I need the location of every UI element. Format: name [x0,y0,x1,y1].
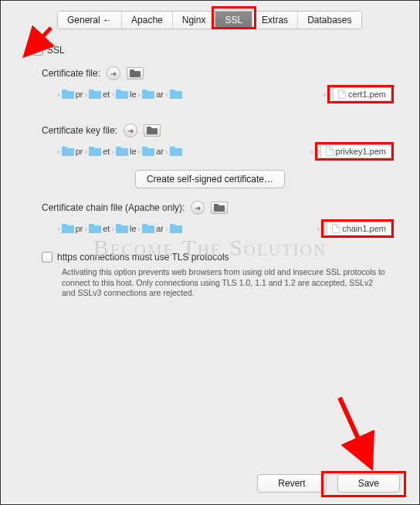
create-self-signed-button[interactable]: Create self-signed certificate… [135,170,285,188]
chain-file-name: chain1.pem [342,224,386,233]
crumb-text: et [103,224,110,233]
ssl-enable-checkbox[interactable]: ✓ [32,45,43,56]
crumb-text: pr [76,224,83,233]
crumb-text: le [130,90,137,99]
folder-icon [116,90,128,99]
svg-rect-0 [130,71,141,77]
svg-rect-33 [142,224,147,227]
cert-refresh-button[interactable]: ➜ [107,66,120,80]
cert-file-name: cert1.pem [348,90,386,99]
tls-required-label: https connections must use TLS protocols [57,252,229,263]
annotation-key-file-highlight: privkey1.pem [315,142,394,161]
svg-rect-13 [147,127,151,129]
folder-icon [170,147,182,156]
certificate-key-label: Certificate key file: [42,125,117,136]
ssl-enable-label: SSL [47,45,65,56]
folder-icon [116,224,128,233]
chain-path-breadcrumb[interactable]: › pr › et › le › ar › › chain1.pem [57,219,394,238]
svg-rect-7 [116,90,121,93]
key-browse-button[interactable] [144,124,161,137]
folder-icon [116,147,128,156]
key-refresh-button[interactable]: ➜ [124,124,137,137]
folder-icon [89,224,101,233]
folder-icon [142,147,154,156]
folder-icon [142,90,154,99]
folder-icon [89,147,101,156]
save-button[interactable]: Save [337,474,400,493]
cert-path-breadcrumb[interactable]: › pr › et › le › ar › › cert1.pem [57,85,394,103]
tab-nginx[interactable]: Nginx [173,12,216,29]
chain-refresh-button[interactable]: ➜ [191,201,205,215]
certificate-key-group: Certificate key file: ➜ › pr › et › le ›… [42,124,394,161]
svg-line-39 [340,398,369,463]
annotation-chain-file-highlight: chain1.pem [321,219,394,238]
folder-icon [89,90,101,99]
crumb-text: le [130,147,137,156]
folder-icon [62,90,74,99]
crumb-text: le [130,224,137,233]
key-path-breadcrumb[interactable]: › pr › et › le › ar › › privkey1.pem [57,142,394,161]
tab-extras[interactable]: Extras [252,12,298,29]
svg-rect-31 [116,224,121,227]
certificate-chain-label: Certificate chain file (Apache only): [42,202,185,213]
crumb-text: ar [156,147,164,156]
file-icon [332,224,340,233]
svg-rect-12 [147,128,158,134]
svg-rect-19 [116,147,121,150]
svg-rect-15 [62,147,67,150]
revert-button[interactable]: Revert [257,474,326,493]
svg-rect-24 [214,205,225,212]
svg-rect-1 [130,69,134,72]
tab-databases[interactable]: Databases [298,12,361,29]
key-file-name: privkey1.pem [336,147,386,156]
svg-rect-9 [142,90,147,93]
annotation-cert-file-highlight: cert1.pem [327,85,394,103]
tls-description: Activating this option prevents web brow… [62,267,386,299]
tls-block: ✓ https connections must use TLS protoco… [42,252,394,299]
svg-rect-3 [62,90,67,93]
svg-rect-11 [170,90,175,93]
cert-browse-button[interactable] [127,67,144,80]
certificate-file-label: Certificate file: [42,68,100,79]
key-file-chip[interactable]: privkey1.pem [320,144,391,158]
svg-rect-27 [62,224,67,227]
chain-file-chip[interactable]: chain1.pem [327,222,391,236]
folder-icon [170,224,182,233]
tab-general[interactable]: General ← [58,12,122,29]
crumb-text: ar [156,90,164,99]
file-icon [326,147,334,156]
crumb-text: ar [156,224,164,233]
svg-rect-35 [170,224,175,227]
file-icon [338,90,346,99]
tab-ssl[interactable]: SSL [215,12,252,29]
crumb-text: et [103,147,110,156]
svg-rect-29 [89,224,94,227]
crumb-text: et [103,90,110,99]
cert-file-chip[interactable]: cert1.pem [333,87,391,101]
crumb-text: pr [76,90,83,99]
annotation-arrow-save [332,391,386,479]
folder-icon [62,147,74,156]
certificate-chain-group: Certificate chain file (Apache only): ➜ … [42,201,394,238]
folder-icon [62,224,74,233]
crumb-text: pr [76,147,83,156]
certificate-file-group: Certificate file: ➜ › pr › et › le › ar … [42,66,394,103]
svg-rect-21 [142,147,147,150]
folder-icon [170,90,182,99]
tab-apache[interactable]: Apache [122,12,173,29]
tls-required-checkbox[interactable]: ✓ [42,252,52,263]
folder-icon [142,224,154,233]
svg-rect-17 [89,147,94,150]
chain-browse-button[interactable] [211,202,228,214]
tab-bar: General ← Apache Nginx SSL Extras Databa… [57,11,362,29]
svg-rect-5 [89,90,94,93]
svg-rect-25 [214,204,218,206]
svg-rect-23 [170,147,175,150]
